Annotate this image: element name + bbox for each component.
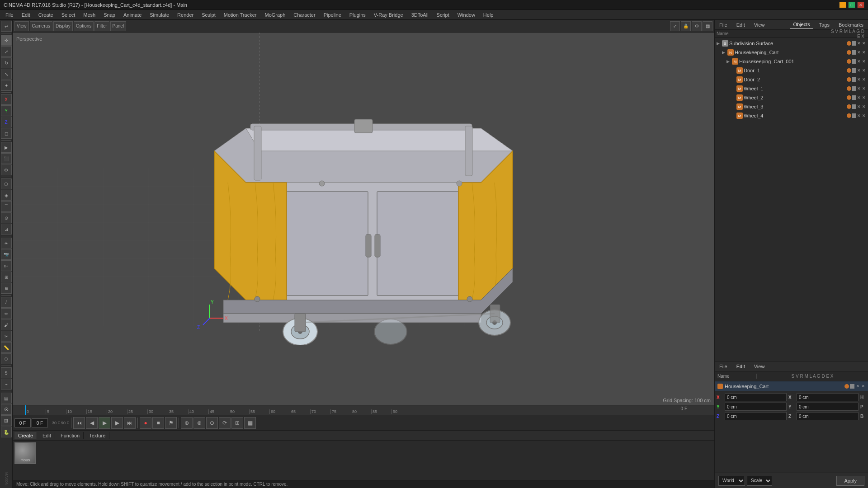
multi-tool[interactable]: ✦ [1, 80, 12, 91]
del-x-w4[interactable]: ✕ [862, 113, 866, 118]
render-sq-d1[interactable] [852, 68, 856, 73]
obj-wheel-4[interactable]: M Wheel_4 ✕ ✕ [715, 111, 868, 120]
deform-btn[interactable]: ⊿ [1, 224, 12, 235]
next-frame-btn[interactable]: ▶ [111, 417, 123, 429]
om-tab-view[interactable]: View [751, 21, 768, 28]
render-sq-w4[interactable] [852, 113, 856, 118]
scale-mode-dropdown[interactable]: Scale Size [747, 476, 772, 486]
pivot-btn[interactable]: ⊗ [193, 417, 205, 429]
menu-character[interactable]: Character [290, 11, 319, 19]
measure-btn[interactable]: 📏 [1, 342, 12, 353]
py-btn[interactable]: 🐍 [1, 427, 12, 437]
nurbs-btn[interactable]: ⊙ [1, 212, 12, 223]
motion-path-btn[interactable]: ⊕ [181, 417, 193, 429]
om-tab-edit[interactable]: Edit [734, 21, 748, 28]
lock-x-cart[interactable]: ✕ [857, 50, 861, 55]
lock-x-w3[interactable]: ✕ [857, 104, 861, 109]
vis-dot-d1[interactable] [847, 68, 851, 73]
knife-btn[interactable]: ✂ [1, 331, 12, 342]
line-tool[interactable]: / [1, 297, 12, 308]
viewport[interactable]: Perspective [13, 33, 714, 405]
goto-start-btn[interactable]: ⏮ [73, 417, 85, 429]
attr-z-input[interactable] [725, 412, 787, 420]
scale-tool[interactable]: ⤢ [1, 46, 12, 57]
light-btn[interactable]: ☀ [1, 238, 12, 249]
transform-tool[interactable]: ⤡ [1, 69, 12, 80]
om-tab-objects[interactable]: Objects [790, 21, 812, 29]
vp-expand-btn[interactable]: ⤢ [670, 21, 680, 31]
loop-btn[interactable]: ⟳ [219, 417, 231, 429]
attr-selected-row[interactable]: Housekeeping_Cart ✕ ✕ [715, 381, 868, 391]
attr-sx-input[interactable] [797, 393, 859, 401]
playhead[interactable] [25, 405, 26, 415]
vis-dot-001[interactable] [847, 59, 851, 64]
obj-housekeeping-cart-null[interactable]: ▶ N Housekeeping_Cart ✕ ✕ [715, 48, 868, 57]
menu-render[interactable]: Render [174, 11, 197, 19]
undo-tool[interactable]: ↩ [1, 21, 12, 32]
attr-tab-file[interactable]: File [717, 363, 730, 370]
lock-x-w2[interactable]: ✕ [857, 95, 861, 100]
render-sq-d2[interactable] [852, 77, 856, 82]
view-menu-btn[interactable]: View [14, 21, 29, 31]
lock-x-d2[interactable]: ✕ [857, 77, 861, 82]
menu-script[interactable]: Script [433, 11, 453, 19]
del-x-w2[interactable]: ✕ [862, 95, 866, 100]
menu-window[interactable]: Window [454, 11, 479, 19]
maximize-button[interactable]: □ [848, 2, 855, 8]
render-sq-subd[interactable] [852, 41, 856, 46]
select-btn[interactable]: ◻ [1, 128, 12, 139]
menu-edit[interactable]: Edit [18, 11, 34, 19]
material-btn[interactable]: $ [1, 367, 12, 378]
del-x-d2[interactable]: ✕ [862, 77, 866, 82]
obj-door-1[interactable]: M Door_1 ✕ ✕ [715, 66, 868, 75]
menu-vray[interactable]: V-Ray Bridge [370, 11, 407, 19]
magnet-btn[interactable]: ⚇ [1, 353, 12, 364]
rotate-tool[interactable]: ↻ [1, 57, 12, 68]
attr-y-input[interactable] [725, 403, 787, 411]
attr-del-x[interactable]: ✕ [861, 384, 865, 389]
attr-vis-dot[interactable] [844, 384, 849, 389]
menu-plugins[interactable]: Plugins [346, 11, 369, 19]
apply-button[interactable]: Apply [836, 476, 864, 486]
menu-3dtoall[interactable]: 3DToAll [408, 11, 432, 19]
mat-tab-create[interactable]: Create [14, 432, 37, 439]
close-button[interactable]: ✕ [857, 2, 864, 8]
del-x-001[interactable]: ✕ [862, 59, 866, 64]
expand-arrow-subd[interactable]: ▶ [717, 41, 721, 46]
goto-end-btn[interactable]: ⏭ [124, 417, 136, 429]
render-sq-w2[interactable] [852, 95, 856, 100]
vp-lock-btn[interactable]: 🔒 [681, 21, 691, 31]
layout2-btn[interactable]: ▦ [244, 417, 256, 429]
mat-tab-function[interactable]: Function [57, 432, 84, 439]
y-axis-btn[interactable]: Y [1, 105, 12, 116]
mat-tab-texture[interactable]: Texture [85, 432, 109, 439]
vis-dot-w1[interactable] [847, 86, 851, 91]
prev-frame-btn[interactable]: ◀ [86, 417, 98, 429]
record-btn[interactable]: ● [140, 417, 151, 429]
move-tool[interactable]: ✛ [1, 35, 12, 46]
vis-dot-w4[interactable] [847, 113, 851, 118]
menu-create[interactable]: Create [35, 11, 57, 19]
paint-tool[interactable]: ✏ [1, 308, 12, 319]
menu-motion-tracker[interactable]: Motion Tracker [220, 11, 260, 19]
lock-x-subd[interactable]: ✕ [857, 41, 861, 46]
texture-btn[interactable]: ⌁ [1, 379, 12, 389]
lock-x-d1[interactable]: ✕ [857, 68, 861, 73]
frame-start-input[interactable] [14, 418, 31, 427]
render-view-btn[interactable]: ▶ [1, 142, 12, 153]
menu-simulate[interactable]: Simulate [146, 11, 173, 19]
attr-sz-input[interactable] [797, 412, 859, 420]
filter-menu-btn[interactable]: Filter [94, 21, 109, 31]
expand-arrow-001[interactable]: ▶ [726, 59, 731, 64]
spline-btn[interactable]: ⌒ [1, 201, 12, 212]
lock-x-001[interactable]: ✕ [857, 59, 861, 64]
attr-x-input[interactable] [725, 393, 787, 401]
frame-current-input[interactable] [32, 418, 48, 427]
vis-dot-w3[interactable] [847, 104, 851, 109]
minimize-button[interactable]: _ [839, 2, 846, 8]
obj-door-2[interactable]: M Door_2 ✕ ✕ [715, 75, 868, 84]
menu-mograph[interactable]: MoGraph [261, 11, 289, 19]
mat-tab-edit[interactable]: Edit [39, 432, 55, 439]
mograph2-btn[interactable]: ⊞ [1, 272, 12, 282]
tag-btn[interactable]: 🏷 [1, 260, 12, 271]
